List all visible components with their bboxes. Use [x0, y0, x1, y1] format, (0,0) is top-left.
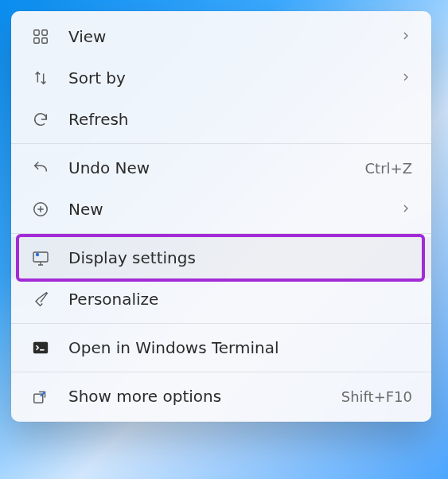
svg-rect-5: [33, 252, 48, 262]
menu-item-label: Show more options: [68, 387, 341, 406]
svg-rect-0: [34, 30, 39, 35]
chevron-right-icon: [399, 68, 412, 88]
menu-item-new[interactable]: New: [11, 189, 431, 230]
menu-item-windows-terminal[interactable]: Open in Windows Terminal: [11, 327, 431, 368]
menu-item-label: Open in Windows Terminal: [68, 338, 412, 357]
svg-rect-3: [42, 38, 47, 43]
undo-icon: [29, 156, 53, 180]
terminal-icon: [29, 336, 53, 360]
menu-separator: [11, 372, 431, 372]
menu-item-personalize[interactable]: Personalize: [11, 278, 431, 320]
menu-item-label: Refresh: [68, 110, 412, 129]
menu-item-show-more[interactable]: Show more options Shift+F10: [11, 376, 431, 417]
svg-rect-7: [33, 342, 48, 354]
menu-item-undo[interactable]: Undo New Ctrl+Z: [11, 147, 431, 189]
grid-icon: [29, 25, 53, 49]
menu-item-label: Personalize: [68, 290, 412, 309]
paintbrush-icon: [29, 287, 53, 311]
chevron-right-icon: [399, 27, 412, 46]
menu-item-refresh[interactable]: Refresh: [11, 99, 431, 140]
menu-item-label: New: [68, 200, 399, 219]
desktop-context-menu: View Sort by Refresh: [11, 11, 431, 422]
menu-item-shortcut: Ctrl+Z: [365, 160, 412, 177]
menu-separator: [11, 323, 431, 324]
menu-item-shortcut: Shift+F10: [341, 388, 412, 405]
menu-item-view[interactable]: View: [11, 16, 431, 57]
menu-item-sort-by[interactable]: Sort by: [11, 57, 431, 99]
svg-point-6: [36, 253, 39, 256]
svg-rect-2: [34, 38, 39, 43]
sort-icon: [29, 66, 53, 90]
menu-item-label: View: [68, 27, 399, 46]
menu-separator: [11, 233, 431, 234]
plus-circle-icon: [29, 197, 53, 221]
menu-item-display-settings[interactable]: Display settings: [11, 237, 431, 278]
menu-item-label: Sort by: [68, 68, 399, 88]
menu-item-label: Undo New: [68, 158, 365, 177]
show-more-icon: [29, 384, 53, 408]
chevron-right-icon: [399, 200, 412, 219]
refresh-icon: [29, 107, 53, 131]
menu-item-label: Display settings: [68, 248, 412, 267]
svg-rect-1: [42, 30, 47, 35]
menu-separator: [11, 143, 431, 144]
display-settings-icon: [29, 246, 53, 270]
